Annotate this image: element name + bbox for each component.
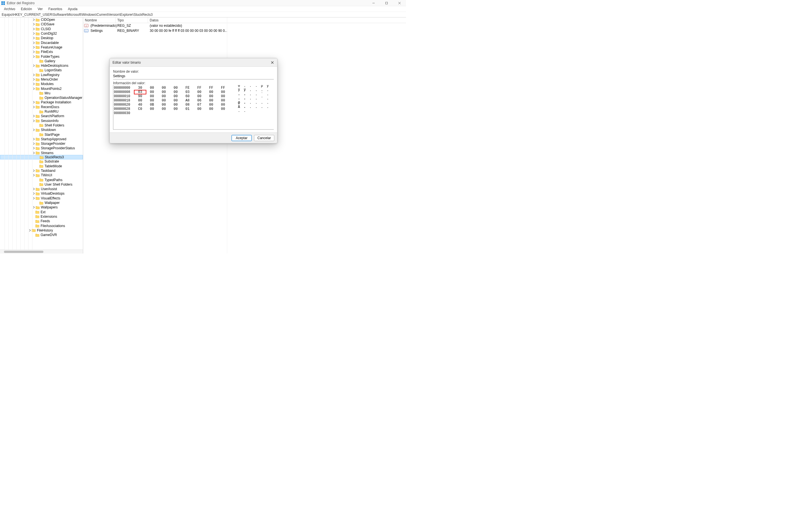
hex-byte[interactable]: 00: [205, 103, 217, 107]
hex-offset: 00000020: [113, 103, 134, 107]
hex-byte[interactable]: 00: [146, 86, 158, 90]
hex-byte[interactable]: 00: [170, 94, 182, 98]
hex-byte[interactable]: 07: [193, 103, 205, 107]
hex-byte[interactable]: 00: [158, 107, 170, 111]
hex-byte[interactable]: 00: [170, 86, 182, 90]
hex-byte[interactable]: 00: [193, 107, 205, 111]
hex-byte[interactable]: 00: [146, 107, 158, 111]
hex-byte[interactable]: 00: [146, 94, 158, 98]
dialog-close-button[interactable]: [269, 59, 275, 66]
hex-offset: 00000000: [113, 86, 134, 90]
hex-byte[interactable]: 00: [170, 90, 182, 94]
hex-ascii: À . . . . . . .: [236, 105, 274, 113]
hex-byte[interactable]: 00: [170, 103, 182, 107]
hex-offset: 00000028: [113, 107, 134, 111]
hex-byte[interactable]: 06: [193, 99, 205, 103]
hex-byte[interactable]: 00: [146, 99, 158, 103]
hex-byte[interactable]: 00: [217, 103, 229, 107]
hex-byte[interactable]: 00: [217, 90, 229, 94]
hex-byte[interactable]: 00: [134, 99, 146, 103]
hex-editor[interactable]: 0000000030000000FEFFFFFF0 . . . þ ÿ ÿ ÿ0…: [113, 85, 274, 129]
hex-row[interactable]: 00000028C000000001000000À . . . . . . .: [113, 107, 274, 111]
hex-byte[interactable]: FF: [217, 86, 229, 90]
hex-byte[interactable]: 01: [182, 107, 193, 111]
hex-byte[interactable]: 00: [158, 99, 170, 103]
hex-byte[interactable]: 00: [170, 107, 182, 111]
hex-byte[interactable]: 00: [217, 94, 229, 98]
dialog-title: Editar valor binario: [112, 61, 141, 64]
hex-byte[interactable]: 40: [134, 103, 146, 107]
hex-byte[interactable]: 00: [146, 90, 158, 94]
hex-byte[interactable]: 00: [205, 94, 217, 98]
hex-byte[interactable]: 00: [158, 103, 170, 107]
value-data-label: Información del valor:: [113, 81, 274, 85]
hex-offset: 00000008: [113, 90, 134, 94]
hex-byte[interactable]: 00: [158, 94, 170, 98]
hex-byte[interactable]: 00: [158, 86, 170, 90]
hex-byte[interactable]: FE: [182, 86, 193, 90]
hex-byte[interactable]: 00: [217, 107, 229, 111]
hex-offset: 00000030: [113, 111, 134, 115]
hex-byte[interactable]: 00: [205, 90, 217, 94]
hex-byte[interactable]: FF: [205, 86, 217, 90]
hex-byte[interactable]: 03: [182, 90, 193, 94]
value-name-field[interactable]: Settings: [113, 73, 274, 79]
hex-byte[interactable]: 08: [182, 103, 193, 107]
dialog-titlebar: Editar valor binario: [110, 58, 277, 67]
dialog-backdrop: Editar valor binario Nombre de valor: Se…: [0, 0, 406, 253]
hex-byte[interactable]: 0B: [146, 103, 158, 107]
hex-byte[interactable]: 00: [193, 94, 205, 98]
ok-button[interactable]: Aceptar: [232, 135, 252, 141]
hex-byte[interactable]: 90: [134, 94, 146, 98]
hex-byte[interactable]: 30: [134, 86, 146, 90]
cancel-button[interactable]: Cancelar: [254, 135, 274, 141]
hex-byte[interactable]: 00: [217, 99, 229, 103]
edit-binary-dialog: Editar valor binario Nombre de valor: Se…: [109, 58, 277, 144]
hex-byte[interactable]: 00: [170, 99, 182, 103]
hex-byte[interactable]: FF: [193, 86, 205, 90]
hex-byte[interactable]: 03: [134, 90, 146, 94]
hex-offset: 00000010: [113, 94, 134, 98]
hex-byte[interactable]: 00: [205, 107, 217, 111]
value-name-label: Nombre de valor:: [113, 69, 274, 73]
hex-byte[interactable]: A8: [182, 99, 193, 103]
hex-byte[interactable]: C0: [134, 107, 146, 111]
hex-byte[interactable]: 00: [205, 99, 217, 103]
hex-byte[interactable]: 60: [182, 94, 193, 98]
hex-byte[interactable]: 00: [193, 90, 205, 94]
hex-byte[interactable]: 00: [158, 90, 170, 94]
hex-offset: 00000018: [113, 99, 134, 103]
